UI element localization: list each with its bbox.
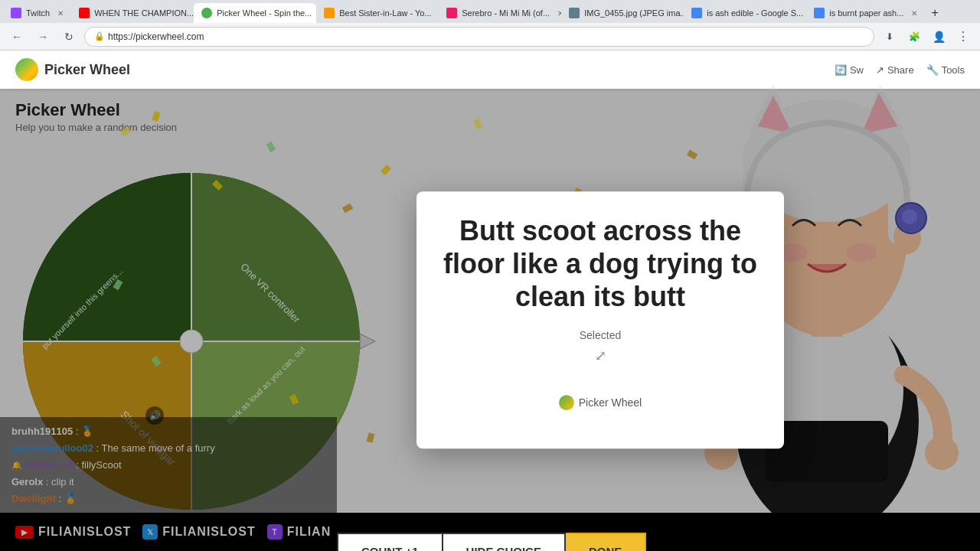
tab-favicon bbox=[79, 8, 90, 18]
tab-favicon bbox=[569, 8, 580, 18]
tab-label: Best Sister-in-Law - Yo... bbox=[339, 8, 431, 18]
tab-favicon bbox=[201, 8, 212, 18]
page-content: Picker Wheel 🔄 Sw ↗ Share 🔧 Tools Picker… bbox=[0, 51, 980, 551]
tab-favicon bbox=[446, 8, 457, 18]
logo-icon bbox=[15, 58, 38, 81]
tab-label: is ash edible - Google S... bbox=[707, 8, 803, 18]
tab-favicon bbox=[814, 8, 825, 18]
tab-img[interactable]: IMG_0455.jpg (JPEG ima... ✕ bbox=[561, 3, 684, 23]
tab-label: is burnt paper ash... bbox=[829, 8, 903, 18]
refresh-button[interactable]: ↻ bbox=[58, 26, 80, 47]
browser-chrome: Twitch ✕ WHEN THE CHAMPION... ✕ Picker W… bbox=[0, 0, 980, 51]
tab-twitch[interactable]: Twitch ✕ bbox=[3, 3, 71, 23]
result-action-buttons: COUNT +1 HIDE CHOICE DONE bbox=[337, 533, 646, 551]
profile-button[interactable]: 👤 bbox=[928, 26, 949, 47]
site-logo: Picker Wheel bbox=[15, 58, 130, 81]
tab-burnt[interactable]: is burnt paper ash... ✕ bbox=[806, 3, 925, 23]
menu-button[interactable]: ⋮ bbox=[952, 26, 974, 47]
back-button[interactable]: ← bbox=[6, 26, 28, 47]
address-text: https://pickerwheel.com bbox=[108, 31, 204, 42]
tab-sister[interactable]: Best Sister-in-Law - Yo... ✕ bbox=[316, 3, 439, 23]
tab-picker-wheel[interactable]: Picker Wheel - Spin the... ✕ bbox=[194, 3, 316, 23]
branding-icon bbox=[559, 395, 574, 410]
tab-label: Serebro - Mi Mi Mi (of... bbox=[462, 8, 550, 18]
logo-text: Picker Wheel bbox=[44, 62, 130, 78]
download-button[interactable]: ⬇ bbox=[879, 26, 900, 47]
tab-label: Twitch bbox=[26, 8, 50, 18]
share-icon[interactable]: ⤢ bbox=[439, 347, 761, 364]
tab-close-icon[interactable]: ✕ bbox=[57, 9, 64, 18]
tab-favicon bbox=[324, 8, 335, 18]
tab-favicon bbox=[11, 8, 21, 18]
branding-text: Picker Wheel bbox=[579, 396, 642, 409]
tab-bar: Twitch ✕ WHEN THE CHAMPION... ✕ Picker W… bbox=[0, 0, 980, 23]
forward-button[interactable]: → bbox=[32, 26, 54, 47]
result-modal: Butt scoot across the floor like a dog t… bbox=[416, 191, 784, 448]
tab-when-champion[interactable]: WHEN THE CHAMPION... ✕ bbox=[71, 3, 194, 23]
new-tab-button[interactable]: + bbox=[925, 3, 944, 23]
nav-actions: ⬇ 🧩 👤 ⋮ bbox=[879, 26, 974, 47]
main-area: Picker Wheel Help you to make a random d… bbox=[0, 89, 980, 551]
tab-serebro[interactable]: Serebro - Mi Mi Mi (of... ✕ bbox=[439, 3, 561, 23]
tab-label: IMG_0455.jpg (JPEG ima... bbox=[584, 8, 684, 18]
nav-bar: ← → ↻ 🔒 https://pickerwheel.com ⬇ 🧩 👤 ⋮ bbox=[0, 23, 980, 51]
extensions-button[interactable]: 🧩 bbox=[903, 26, 925, 47]
tab-ash[interactable]: is ash edible - Google S... ✕ bbox=[684, 3, 806, 23]
result-text: Butt scoot across the floor like a dog t… bbox=[439, 214, 761, 314]
tab-favicon bbox=[691, 8, 702, 18]
count-button[interactable]: COUNT +1 bbox=[337, 533, 443, 551]
address-bar[interactable]: 🔒 https://pickerwheel.com bbox=[84, 27, 874, 47]
done-button[interactable]: DONE bbox=[566, 533, 646, 551]
tab-label: WHEN THE CHAMPION... bbox=[94, 8, 194, 18]
tab-label: Picker Wheel - Spin the... bbox=[217, 8, 312, 18]
result-selected-label: Selected bbox=[439, 329, 761, 341]
tab-close-icon[interactable]: ✕ bbox=[911, 9, 917, 18]
hide-choice-button[interactable]: HIDE CHOICE bbox=[443, 533, 566, 551]
result-branding: Picker Wheel bbox=[439, 395, 761, 410]
